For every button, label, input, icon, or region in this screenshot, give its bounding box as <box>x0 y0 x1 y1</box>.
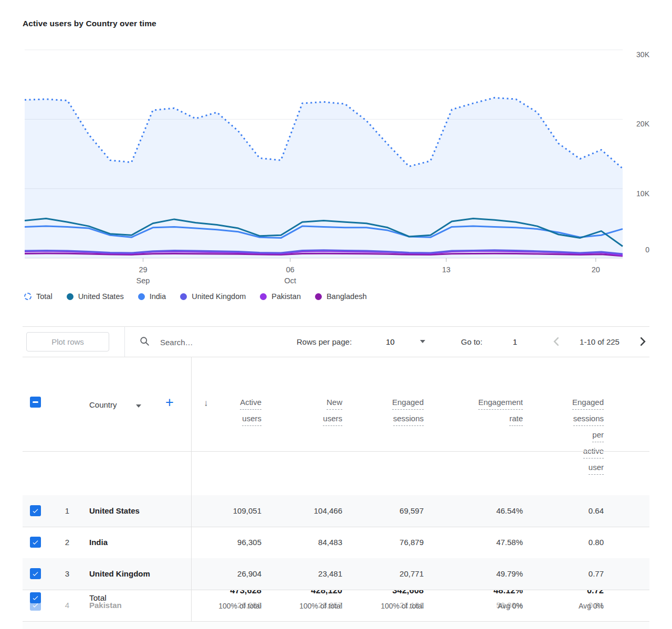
cell-engaged-sessions-per-active-user: 0.80 <box>520 527 604 558</box>
cell-engaged-sessions: 76,879 <box>340 527 424 558</box>
next-page-chevron-icon[interactable] <box>636 335 649 348</box>
row-rank: 3 <box>59 558 75 590</box>
y-axis-label: 10K <box>625 189 649 198</box>
column-header-active-users[interactable]: Activeusers <box>172 398 261 430</box>
rows-per-page-value[interactable]: 10 <box>386 337 395 346</box>
checkmark-icon <box>32 538 39 546</box>
column-header-word: rate <box>434 414 523 426</box>
dimension-caret-icon[interactable] <box>136 404 141 408</box>
column-header-engagement-rate[interactable]: Engagementrate <box>434 398 523 430</box>
column-header-word: users <box>172 414 261 426</box>
row-country-name: Pakistan <box>89 590 122 621</box>
cell-new-users: 23,481 <box>258 558 342 590</box>
column-header-word-text: Engaged <box>392 398 424 410</box>
checkmark-icon <box>32 570 39 578</box>
legend-item-pakistan: Pakistan <box>260 292 301 301</box>
next-row-partial <box>23 622 649 629</box>
cell-active-users: 109,051 <box>177 495 261 527</box>
analytics-report-screen: Active users by Country over time 010K20… <box>0 0 672 629</box>
pagination-range: 1-10 of 225 <box>570 337 629 346</box>
column-header-word: Engagement <box>434 398 523 410</box>
legend-label: Total <box>36 292 52 301</box>
x-axis-label: 13 <box>442 264 450 275</box>
column-header-word: Engaged <box>334 398 424 410</box>
row-rank: 1 <box>59 495 75 527</box>
column-header-word: sessions <box>334 414 424 426</box>
legend-item-united-states: United States <box>67 292 124 301</box>
cell-active-users: 96,305 <box>177 527 261 558</box>
cell-engaged-sessions-per-active-user: 0.64 <box>520 495 604 527</box>
cell-engaged-sessions: 21,181 <box>340 590 424 621</box>
legend-swatch-icon <box>180 293 187 300</box>
search-input[interactable] <box>159 334 282 350</box>
previous-page-chevron-icon[interactable] <box>550 335 563 348</box>
column-header-word: New <box>253 398 342 410</box>
legend-label: Pakistan <box>271 292 301 301</box>
cell-active-users: 26,904 <box>177 558 261 590</box>
table-header-row: Country+↓ActiveusersNewusersEngagedsessi… <box>23 357 649 451</box>
row-country-name: India <box>89 527 108 558</box>
legend-swatch-icon <box>260 293 267 300</box>
column-header-new-users[interactable]: Newusers <box>253 398 342 430</box>
cell-engagement-rate: 49.79% <box>439 558 523 590</box>
column-header-word: Engaged <box>514 398 604 410</box>
column-header-word-text: per <box>592 430 604 442</box>
column-header-engaged-sessions[interactable]: Engagedsessions <box>334 398 424 430</box>
row-checkbox[interactable] <box>30 600 41 611</box>
checkmark-icon <box>32 601 39 609</box>
legend-label: United Kingdom <box>192 292 246 301</box>
row-country-name: United States <box>89 495 140 527</box>
report-table: Plot rows Rows per page: 10 Go to: 1 1-1… <box>23 326 649 629</box>
toolbar-top-border <box>23 326 649 327</box>
search-icon <box>139 336 151 347</box>
go-to-label: Go to: <box>461 337 482 346</box>
chart-legend: TotalUnited StatesIndiaUnited KingdomPak… <box>24 292 367 301</box>
y-axis-label: 0 <box>625 245 649 254</box>
cell-new-users: 84,483 <box>258 527 342 558</box>
indeterminate-bar-icon <box>33 401 38 403</box>
cell-active-users: 26,086 <box>177 590 261 621</box>
cell-engagement-rate: 47.58% <box>439 527 523 558</box>
legend-label: Bangladesh <box>327 292 367 301</box>
toolbar-divider <box>124 326 125 357</box>
cell-engagement-rate: 46.54% <box>439 495 523 527</box>
legend-swatch-icon <box>24 293 32 300</box>
column-header-word: users <box>253 414 342 426</box>
x-axis-label: 06Oct <box>284 264 296 286</box>
select-all-checkbox[interactable] <box>30 397 41 408</box>
cell-new-users: 104,466 <box>258 495 342 527</box>
row-rank: 4 <box>59 590 75 621</box>
cell-engaged-sessions-per-active-user: 0.81 <box>520 590 604 621</box>
row-checkbox[interactable] <box>30 505 41 516</box>
table-row: 2India96,30584,48376,87947.58%0.80 <box>23 527 649 558</box>
legend-item-bangladesh: Bangladesh <box>315 292 367 301</box>
table-row: 3United Kingdom26,90423,48120,77149.79%0… <box>23 558 649 590</box>
cell-engaged-sessions: 20,771 <box>340 558 424 590</box>
legend-item-total: Total <box>24 292 52 301</box>
cell-engagement-rate: 50.86% <box>439 590 523 621</box>
column-header-word-text: Engaged <box>572 398 604 410</box>
active-users-line-chart <box>0 0 672 325</box>
plot-rows-button[interactable]: Plot rows <box>26 332 109 351</box>
go-to-input[interactable]: 1 <box>510 337 520 346</box>
table-row: 4Pakistan26,08623,85721,18150.86%0.81 <box>23 590 649 621</box>
row-rank: 2 <box>59 527 75 558</box>
checkmark-icon <box>32 507 39 515</box>
row-country-name: United Kingdom <box>89 558 150 590</box>
row-checkbox[interactable] <box>30 568 41 579</box>
row-checkbox[interactable] <box>30 537 41 548</box>
cell-engaged-sessions: 69,597 <box>340 495 424 527</box>
legend-swatch-icon <box>315 293 322 300</box>
y-axis-label: 20K <box>625 119 649 129</box>
column-header-word: sessions <box>514 414 604 426</box>
legend-swatch-icon <box>138 293 145 300</box>
column-divider <box>191 357 192 621</box>
rows-per-page-label: Rows per page: <box>297 337 352 346</box>
column-header-word: per <box>514 430 604 442</box>
rows-per-page-caret-icon[interactable] <box>420 340 425 343</box>
column-header-word-text: sessions <box>573 414 604 426</box>
table-row: 1United States109,051104,46669,59746.54%… <box>23 495 649 527</box>
dimension-selector[interactable]: Country <box>89 400 117 409</box>
cell-new-users: 23,857 <box>258 590 342 621</box>
legend-swatch-icon <box>67 293 74 300</box>
